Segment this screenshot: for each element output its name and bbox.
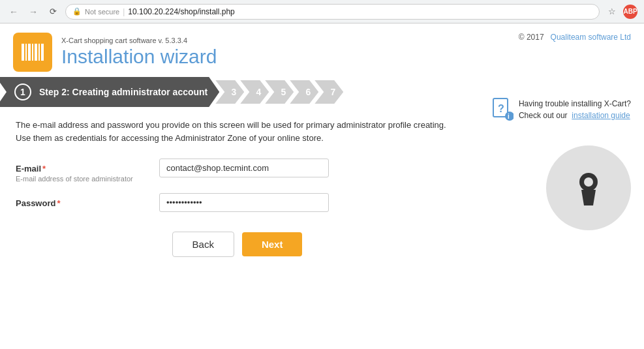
password-form-row: Password* (16, 193, 459, 212)
step-5: 5 (265, 80, 294, 104)
help-document-icon: ? i (493, 98, 514, 121)
keyhole-icon (566, 165, 611, 211)
svg-point-12 (584, 177, 593, 187)
installation-guide-link[interactable]: installation guide (572, 111, 630, 120)
svg-text:i: i (508, 113, 510, 120)
password-required: * (57, 198, 60, 208)
svg-rect-0 (22, 44, 24, 61)
email-required: * (42, 164, 46, 174)
step-number-badge: 1 (14, 83, 31, 100)
step-4: 4 (240, 80, 269, 104)
svg-rect-5 (38, 44, 40, 61)
email-input-col (159, 159, 459, 177)
buttons-row: Back Next (16, 232, 459, 257)
url-display: 10.100.20.224/shop/install.php (128, 7, 234, 16)
svg-text:?: ? (498, 103, 504, 114)
svg-rect-6 (41, 44, 44, 61)
step-others: 3 4 5 6 7 (219, 80, 343, 104)
security-lock-icon: 🔒 (72, 7, 82, 16)
email-input[interactable] (159, 159, 329, 177)
forward-nav-button[interactable]: → (26, 5, 40, 19)
reload-button[interactable]: ⟳ (46, 5, 60, 19)
page: X-Cart shopping cart software v. 5.3.3.4… (0, 23, 644, 349)
header-subtitle: X-Cart shopping cart software v. 5.3.3.4 (61, 37, 217, 44)
description-text: The e-mail address and password you prov… (16, 119, 459, 144)
svg-rect-3 (32, 44, 33, 61)
right-panel: ? i Having trouble installing X-Cart? Ch… (474, 23, 644, 239)
main-content: The e-mail address and password you prov… (0, 119, 474, 257)
password-input[interactable] (159, 193, 329, 212)
svg-rect-2 (28, 44, 31, 61)
email-label: E-mail* (16, 164, 146, 174)
email-label-col: E-mail* E-mail address of store administ… (16, 159, 159, 183)
step-current: 1 Step 2: Creating administrator account (0, 77, 219, 107)
svg-rect-1 (25, 44, 27, 61)
help-title: Having trouble installing X-Cart? (519, 99, 631, 108)
help-box: ? i Having trouble installing X-Cart? Ch… (493, 98, 631, 126)
svg-rect-4 (35, 44, 37, 61)
browser-actions: ☆ ABP (605, 5, 637, 19)
svg-marker-13 (581, 190, 596, 205)
step-6: 6 (290, 80, 318, 104)
step-bar: 1 Step 2: Creating administrator account… (0, 77, 474, 107)
header-title: Installation wizard (61, 46, 217, 68)
security-label: Not secure (85, 8, 119, 16)
email-form-row: E-mail* E-mail address of store administ… (16, 159, 459, 183)
page-content-left: 1 Step 2: Creating administrator account… (0, 77, 474, 257)
step-current-label: Step 2: Creating administrator account (39, 87, 207, 97)
header-left: X-Cart shopping cart software v. 5.3.3.4… (13, 33, 217, 72)
help-text: Having trouble installing X-Cart? Check … (519, 98, 631, 121)
help-icon: ? i (493, 98, 514, 126)
password-label-col: Password* (16, 193, 159, 208)
bookmark-button[interactable]: ☆ (605, 5, 619, 19)
xcart-logo (13, 33, 52, 72)
page-inner: X-Cart shopping cart software v. 5.3.3.4… (0, 23, 644, 257)
password-input-col (159, 193, 459, 212)
back-button[interactable]: Back (172, 232, 234, 257)
next-button[interactable]: Next (242, 232, 303, 256)
browser-chrome: ← → ⟳ 🔒 Not secure | 10.100.20.224/shop/… (0, 0, 644, 23)
keyhole-container (546, 145, 631, 230)
help-check-text: Check out our (519, 111, 568, 120)
step-3: 3 (215, 80, 244, 104)
email-sublabel: E-mail address of store administrator (16, 175, 146, 183)
adblock-badge: ABP (623, 5, 637, 19)
password-label: Password* (16, 198, 146, 208)
header-title-block: X-Cart shopping cart software v. 5.3.3.4… (61, 37, 217, 68)
address-bar[interactable]: 🔒 Not secure | 10.100.20.224/shop/instal… (65, 4, 600, 20)
back-nav-button[interactable]: ← (7, 5, 21, 19)
step-7: 7 (314, 80, 343, 104)
xcart-logo-svg (20, 40, 45, 65)
